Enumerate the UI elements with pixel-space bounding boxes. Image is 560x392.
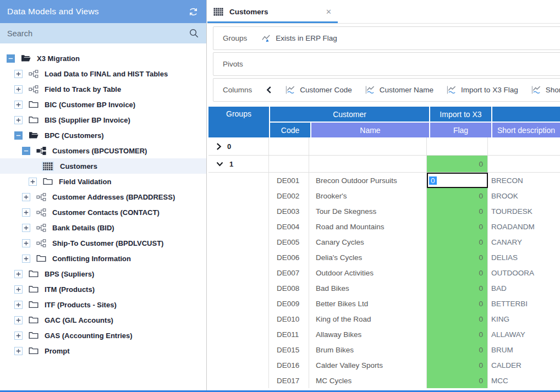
collapse-toggle[interactable]	[14, 131, 23, 140]
expand-toggle[interactable]	[14, 332, 23, 340]
expand-toggle[interactable]	[14, 85, 23, 93]
expand-toggle[interactable]	[14, 116, 23, 124]
group-cell[interactable]	[208, 342, 269, 357]
tree-item[interactable]: Load Data to FINAL and HIST Tables	[0, 66, 206, 81]
cell-short-description[interactable]: TOURDESK	[488, 203, 560, 219]
expand-toggle[interactable]	[14, 270, 23, 278]
cell-flag[interactable]: 0	[427, 311, 488, 327]
cell-code[interactable]: DE008	[269, 280, 309, 296]
cell-code[interactable]: DE015	[269, 342, 309, 357]
header-import-to-x3[interactable]: Import to X3	[430, 107, 491, 122]
group-cell[interactable]	[208, 327, 269, 342]
header-short-description[interactable]: Short description	[492, 123, 560, 137]
group-cell[interactable]: 1	[208, 156, 269, 172]
cell-flag[interactable]: 0	[427, 219, 488, 234]
cell-short-description[interactable]: MCC	[488, 373, 560, 388]
cell-flag[interactable]: 0	[427, 327, 488, 342]
cell-code[interactable]: DE011	[269, 327, 309, 342]
cell-short-description[interactable]: BRECON	[488, 173, 560, 188]
group-cell[interactable]: 0	[208, 137, 269, 155]
cell-short-description[interactable]: OUTDOORA	[488, 265, 560, 280]
cell-code[interactable]: DE002	[269, 188, 309, 203]
columns-drop-zone[interactable]: Columns Customer CodeCustomer NameImport…	[213, 78, 560, 102]
expand-toggle[interactable]	[14, 101, 23, 109]
expand-toggle[interactable]	[22, 224, 30, 232]
tree-item[interactable]: Ship-To Customer (BPDLVCUST)	[0, 235, 206, 251]
expand-toggle[interactable]	[22, 193, 30, 201]
close-icon[interactable]: ✕	[326, 8, 332, 16]
collapse-toggle[interactable]	[7, 54, 15, 63]
cell-name[interactable]: Road and Mountains	[309, 219, 427, 234]
tree-item[interactable]: Field to Track by Table	[0, 81, 206, 97]
search-icon[interactable]	[189, 28, 199, 38]
cell-code[interactable]: DE009	[269, 296, 309, 311]
cell-short-description[interactable]: BRUM	[488, 342, 560, 357]
cell-code[interactable]	[269, 137, 309, 155]
tab-customers[interactable]: Customers ✕	[207, 0, 338, 23]
expand-toggle[interactable]	[22, 255, 30, 263]
cell-name[interactable]: Brooker's	[309, 188, 427, 203]
tree-item[interactable]: Customers (BPCUSTOMER)	[0, 143, 206, 158]
cell-short-description[interactable]: ROADANDM	[488, 219, 560, 234]
group-cell[interactable]	[208, 173, 269, 188]
tree-item[interactable]: GAS (Accounting Entries)	[0, 328, 206, 343]
cell-name[interactable]	[309, 137, 427, 155]
group-cell[interactable]	[208, 311, 269, 327]
cell-flag[interactable]: 0	[427, 156, 488, 172]
search-bar[interactable]: Search	[0, 23, 206, 43]
tree-item[interactable]: ITF (Products - Sites)	[0, 297, 206, 312]
cell-flag[interactable]: 0	[427, 188, 488, 203]
cell-code[interactable]: DE001	[269, 173, 309, 188]
cell-short-description[interactable]: CALDER	[488, 357, 560, 373]
cell-flag[interactable]: 0	[427, 234, 488, 250]
expand-toggle[interactable]	[22, 208, 30, 217]
cell-flag[interactable]: 0	[427, 296, 488, 311]
cell-flag[interactable]: 0	[427, 203, 488, 219]
chevron-right-icon[interactable]	[216, 143, 221, 150]
group-cell[interactable]	[208, 203, 269, 219]
expand-toggle[interactable]	[14, 301, 23, 309]
cell-code[interactable]: DE003	[269, 203, 309, 219]
tree-item-selected[interactable]: Customers	[0, 158, 206, 174]
cell-name[interactable]: MC Cycles	[309, 373, 427, 388]
field-chip[interactable]: Customer Code	[286, 86, 352, 94]
group-cell[interactable]	[208, 296, 269, 311]
group-cell[interactable]	[208, 219, 269, 234]
header-customer[interactable]: Customer	[270, 107, 429, 122]
tree-item[interactable]: Conflicting Information	[0, 251, 206, 266]
cell-name[interactable]: Calder Valley Sports	[309, 357, 427, 373]
expand-toggle[interactable]	[14, 347, 23, 355]
cell-name[interactable]: Tour De Skegness	[309, 203, 427, 219]
expand-toggle[interactable]	[29, 178, 37, 186]
cell-short-description[interactable]: DELIAS	[488, 250, 560, 265]
cell-flag[interactable]: 0	[427, 342, 488, 357]
cell-short-description[interactable]: BROOK	[488, 188, 560, 203]
cell-code[interactable]: DE010	[269, 311, 309, 327]
cell-short-description[interactable]: KING	[488, 311, 560, 327]
cell-short-description[interactable]: ALLAWAY	[488, 327, 560, 342]
header-name[interactable]: Name	[311, 123, 429, 137]
cell-name[interactable]: Brecon Outdoor Pursuits	[309, 173, 427, 188]
cell-code[interactable]: DE017	[269, 373, 309, 388]
tree-item[interactable]: BPC (Customers)	[0, 128, 206, 143]
cell-flag[interactable]: 0	[427, 250, 488, 265]
cell-short-description[interactable]: BETTERBI	[488, 296, 560, 311]
tree-item[interactable]: Bank Details (BID)	[0, 220, 206, 235]
field-chip[interactable]: Customer Name	[365, 86, 433, 94]
cell-short-description[interactable]	[488, 156, 560, 172]
cell-code[interactable]: DE006	[269, 250, 309, 265]
groups-drop-zone[interactable]: Groups Exists in ERP Flag	[213, 26, 560, 50]
cell-code[interactable]: DE005	[269, 234, 309, 250]
field-chip[interactable]: Exists in ERP Flag	[261, 34, 337, 42]
chevron-left-icon[interactable]	[266, 86, 271, 93]
cell-name[interactable]: Better Bikes Ltd	[309, 296, 427, 311]
tree-item[interactable]: Customer Addresses (BPADDRESS)	[0, 189, 206, 205]
cell-code[interactable]: DE016	[269, 357, 309, 373]
cell-short-description[interactable]: CANARY	[488, 234, 560, 250]
cell-code[interactable]: DE007	[269, 265, 309, 280]
group-cell[interactable]	[208, 250, 269, 265]
expand-toggle[interactable]	[22, 239, 30, 247]
cell-flag[interactable]: 0	[427, 357, 488, 373]
search-input[interactable]: Search	[7, 29, 32, 38]
cell-flag[interactable]: 0	[427, 265, 488, 280]
